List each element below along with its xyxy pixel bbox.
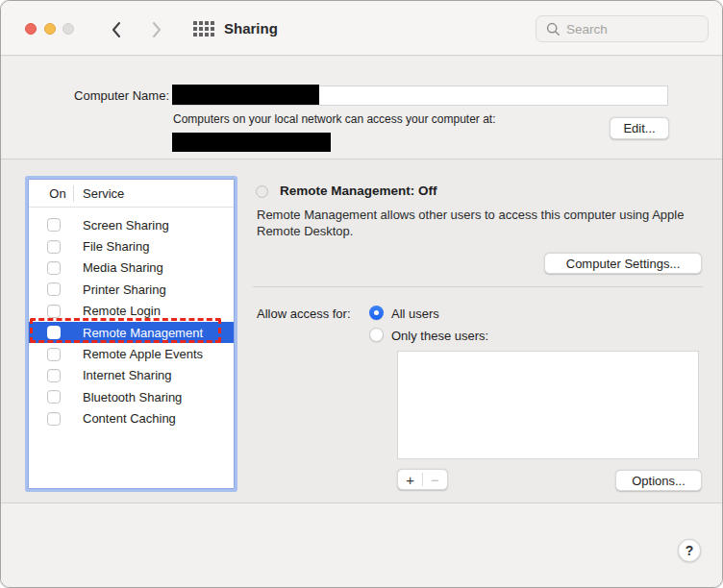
service-row[interactable]: Remote Management [29, 322, 234, 343]
service-row[interactable]: Media Sharing [29, 257, 234, 279]
service-label: File Sharing [83, 239, 149, 254]
service-rows: Screen SharingFile SharingMedia SharingP… [29, 208, 234, 429]
service-checkbox[interactable] [47, 412, 61, 426]
computer-name-section [1, 57, 723, 159]
sharing-window: Sharing Computer Name: Computers on your… [0, 0, 723, 588]
service-list-header: On Service [29, 180, 234, 208]
service-checkbox[interactable] [47, 261, 61, 275]
forward-button[interactable] [150, 21, 163, 38]
service-checkbox[interactable] [47, 305, 61, 318]
search-input[interactable] [566, 22, 691, 37]
service-label: Remote Login [83, 304, 161, 318]
service-checkbox[interactable] [47, 218, 61, 232]
column-separator [73, 185, 74, 202]
column-header-service: Service [83, 186, 124, 201]
service-description: Remote Management allows other users to … [257, 208, 711, 239]
service-checkbox[interactable] [47, 240, 61, 254]
service-checkbox[interactable] [47, 348, 61, 361]
titlebar: Sharing [1, 1, 723, 56]
add-remove-segmented-control: + − [397, 469, 448, 490]
service-label: Printer Sharing [83, 282, 166, 297]
redaction-box-local-address [172, 133, 331, 152]
service-row[interactable]: Bluetooth Sharing [29, 386, 234, 407]
radio-only-these-users-label[interactable]: Only these users: [391, 329, 488, 343]
remove-user-button[interactable]: − [423, 470, 447, 489]
show-all-grid-icon[interactable] [193, 21, 214, 37]
service-checkbox[interactable] [47, 282, 61, 296]
status-indicator-off [256, 185, 268, 198]
edit-button[interactable]: Edit... [610, 117, 669, 139]
service-label: Screen Sharing [83, 218, 169, 233]
section-divider [253, 286, 703, 287]
close-button[interactable] [25, 23, 37, 35]
bottom-strip [1, 502, 723, 588]
options-button[interactable]: Options... [615, 470, 702, 491]
service-list[interactable]: On Service Screen SharingFile SharingMed… [28, 179, 235, 489]
service-row[interactable]: Internet Sharing [29, 365, 234, 386]
page-title: Sharing [224, 20, 278, 37]
service-label: Media Sharing [83, 260, 163, 275]
service-row[interactable]: Content Caching [29, 408, 234, 429]
service-row[interactable]: Remote Login [29, 301, 234, 322]
service-row[interactable]: File Sharing [29, 235, 234, 257]
radio-all-users-label[interactable]: All users [391, 306, 439, 321]
radio-only-these-users[interactable] [369, 328, 384, 342]
service-label: Internet Sharing [83, 368, 172, 382]
service-checkbox[interactable] [47, 326, 61, 339]
search-field[interactable] [536, 15, 709, 42]
search-icon [546, 22, 561, 37]
redaction-box-computer-name [172, 85, 319, 105]
service-checkbox[interactable] [47, 369, 61, 382]
service-label: Remote Apple Events [83, 347, 203, 361]
column-header-on: On [42, 186, 73, 201]
status-title: Remote Management: Off [280, 184, 437, 198]
service-label: Remote Management [83, 326, 203, 340]
allow-access-label: Allow access for: [257, 306, 351, 321]
service-checkbox[interactable] [47, 390, 61, 404]
allowed-users-list[interactable] [397, 351, 699, 459]
service-row[interactable]: Screen Sharing [29, 214, 234, 235]
service-label: Bluetooth Sharing [83, 390, 182, 404]
service-label: Content Caching [83, 411, 176, 426]
service-row[interactable]: Printer Sharing [29, 279, 234, 300]
minimize-button[interactable] [44, 23, 56, 35]
service-row[interactable]: Remote Apple Events [29, 343, 234, 364]
zoom-button[interactable] [62, 23, 74, 35]
computer-settings-button[interactable]: Computer Settings... [544, 253, 702, 274]
radio-all-users[interactable] [369, 306, 384, 320]
local-network-caption: Computers on your local network can acce… [173, 112, 495, 126]
computer-name-label: Computer Name: [56, 88, 169, 103]
back-button[interactable] [110, 21, 123, 38]
help-button[interactable]: ? [678, 539, 701, 562]
add-user-button[interactable]: + [398, 470, 422, 489]
